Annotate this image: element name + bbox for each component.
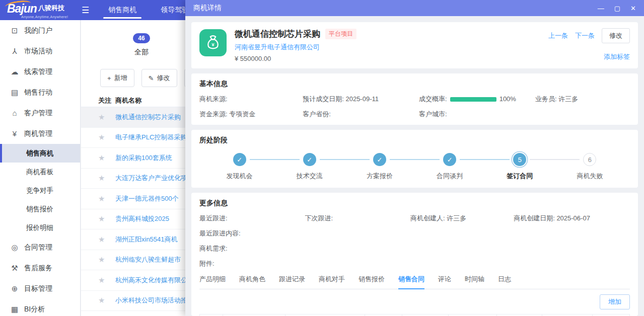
field-label: 商机来源: <box>199 95 228 103</box>
opportunity-name-link[interactable]: 新的采购100套系统 <box>115 153 172 163</box>
star-icon[interactable]: ★ <box>98 235 115 244</box>
logo-tagline: Anyone,Anytime,Anywhere! <box>21 15 80 19</box>
sidebar-subitem-sales-opportunity[interactable]: 销售商机 <box>0 144 80 163</box>
add-tag-link[interactable]: 添加标签 <box>604 53 630 60</box>
opportunity-name-link[interactable]: 杭州临安八骏生鲜超市 <box>115 255 181 264</box>
opportunity-name-link[interactable]: 微机通信控制芯片采购 <box>115 113 181 122</box>
prev-record-link[interactable]: 上一条 <box>548 31 568 40</box>
opportunity-name-link[interactable]: 电子继承PLC控制器采购 <box>115 133 187 142</box>
list-item[interactable]: ★ 杭州临安八骏生鲜超市 <box>81 250 201 271</box>
field-customer-province: 客户省份: <box>303 110 419 119</box>
tab-follow-record[interactable]: 跟进记录 <box>279 275 305 289</box>
sidebar-item-contract-mgmt[interactable]: ◎ 合同管理 <box>0 237 80 258</box>
sidebar-item-portal[interactable]: ⊡ 我的门户 <box>0 20 80 41</box>
minimize-icon[interactable]: — <box>598 5 604 12</box>
stage-step-quote-plan[interactable]: ✓ 方案报价 <box>344 153 414 181</box>
tab-log[interactable]: 日志 <box>498 275 511 289</box>
add-button[interactable]: + 新增 <box>100 69 134 87</box>
star-icon[interactable]: ★ <box>98 174 115 183</box>
stage-step-tech-exchange[interactable]: ✓ 技术交流 <box>274 153 344 181</box>
star-icon[interactable]: ★ <box>98 255 115 264</box>
sidebar-item-sales-action[interactable]: ▤ 销售行动 <box>0 82 80 103</box>
list-item[interactable]: ★ 新的采购100套系统 <box>81 148 201 169</box>
stage-step-negotiation[interactable]: ✓ 合同谈判 <box>415 153 485 181</box>
tab-sales-contract[interactable]: 销售合同 <box>398 275 424 289</box>
star-icon[interactable]: ★ <box>98 214 115 223</box>
sidebar-item-leads[interactable]: ☁ 线索管理 <box>0 61 80 82</box>
list-item[interactable]: ★ 贵州高科城投2025 <box>81 209 201 230</box>
opportunity-name-link[interactable]: 天津一德元器件500个 <box>115 194 179 203</box>
list-item[interactable]: ★ 天津一德元器件500个 <box>81 189 201 209</box>
field-probability: 成交概率:100% <box>419 95 535 104</box>
top-tab-sales-opportunity[interactable]: 销售商机 <box>96 0 149 20</box>
opportunity-name-link[interactable]: 杭州高禾文化传媒有限公 <box>115 276 187 285</box>
opportunity-amount: ¥ 550000.00 <box>235 55 519 62</box>
stage-label: 发现机会 <box>204 172 274 181</box>
tab-sales-quote[interactable]: 销售报价 <box>359 275 385 289</box>
action-icon: ▤ <box>10 88 19 97</box>
col-sign-date: 签订日期 <box>402 314 449 316</box>
list-item[interactable]: ★ 大连万达客户产业优化项 <box>81 169 201 189</box>
tab-opportunity-role[interactable]: 商机角色 <box>239 275 265 289</box>
stage-label: 商机失败 <box>555 172 625 181</box>
stage-step-sign-contract[interactable]: 5 签订合同 <box>485 153 555 181</box>
detail-tabs: 产品明细 商机角色 跟进记录 商机对手 销售报价 销售合同 评论 时间轴 日志 <box>199 275 630 289</box>
tab-timeline[interactable]: 时间轴 <box>465 275 484 289</box>
stage-check-icon: ✓ <box>373 153 386 166</box>
list-item[interactable]: ★ 小米科技公司市场活动推 <box>81 291 201 311</box>
sidebar-item-after-sales[interactable]: ⚒ 售后服务 <box>0 258 80 278</box>
col-workflow-status: 工作流状态 <box>593 314 630 316</box>
col-quantity: 总数量 <box>497 314 542 316</box>
sidebar-item-customers[interactable]: ⌂ 客户管理 <box>0 103 80 123</box>
count-label[interactable]: 全部 <box>81 48 201 57</box>
edit-button[interactable]: ✎ 修改 <box>141 69 177 87</box>
sidebar-subitem-sales-quote[interactable]: 销售报价 <box>0 200 80 218</box>
list-item[interactable]: ★ 微机通信控制芯片采购 <box>81 107 201 128</box>
next-record-link[interactable]: 下一条 <box>575 31 595 40</box>
field-label: 预计成交日期: <box>303 95 344 103</box>
basic-info-card: 基本信息 商机来源: 预计成交日期: 2025-09-11 成交概率:100% … <box>191 73 638 125</box>
modify-button[interactable]: 修改 <box>602 28 630 43</box>
star-icon[interactable]: ★ <box>98 276 115 285</box>
sidebar-subitem-competitors[interactable]: 竞争对手 <box>0 181 80 200</box>
field-label: 最近跟进内容: <box>199 229 241 237</box>
opportunity-name-link[interactable]: 大连万达客户产业优化项 <box>115 174 187 183</box>
sidebar-item-marketing[interactable]: ⅄ 市场活动 <box>0 41 80 61</box>
field-label: 商机创建人: <box>410 214 445 222</box>
field-label: 商机需求: <box>199 245 228 252</box>
sidebar-item-bi-analysis[interactable]: ▦ BI分析 <box>0 299 80 316</box>
hamburger-menu-icon[interactable]: ☰ <box>82 5 89 16</box>
field-value: 许三多 <box>558 95 578 103</box>
star-icon[interactable]: ★ <box>98 113 115 122</box>
stage-step-lost[interactable]: 6 商机失败 <box>555 153 625 181</box>
add-contract-button[interactable]: 增加 <box>600 294 630 309</box>
maximize-icon[interactable]: ▢ <box>614 5 620 12</box>
opportunity-name-link[interactable]: 小米科技公司市场活动推 <box>115 296 187 305</box>
list-item[interactable]: ★ 湖州正阳xin5541商机 <box>81 229 201 250</box>
tab-comments[interactable]: 评论 <box>438 275 451 289</box>
field-value: 许三多 <box>447 214 466 222</box>
sidebar-item-target-mgmt[interactable]: ⊕ 目标管理 <box>0 278 80 299</box>
sidebar-subitem-opportunity-board[interactable]: 商机看板 <box>0 163 80 181</box>
opportunity-list-panel: 46 全部 + 新增 ✎ 修改 ✕ 删除 关注 商机名称 ★ 微机通信控制芯片采… <box>81 20 201 316</box>
star-icon[interactable]: ★ <box>98 133 115 142</box>
section-title-stage: 所处阶段 <box>199 136 630 145</box>
sidebar-item-label: BI分析 <box>24 305 45 314</box>
sidebar-subitem-quote-detail[interactable]: 报价明细 <box>0 218 80 237</box>
opportunity-name-link[interactable]: 湖州正阳xin5541商机 <box>115 235 178 244</box>
sidebar-item-label: 市场活动 <box>24 47 52 56</box>
stage-step-discover[interactable]: ✓ 发现机会 <box>204 153 274 181</box>
customer-company-link[interactable]: 河南省昱升电子通信有限公司 <box>235 43 519 52</box>
list-item[interactable]: ★ 电子继承PLC控制器采购 <box>81 128 201 148</box>
sidebar-item-opportunity-mgmt[interactable]: ¥ 商机管理 <box>0 123 80 144</box>
tab-competitor[interactable]: 商机对手 <box>319 275 345 289</box>
portal-icon: ⊡ <box>10 26 19 35</box>
close-icon[interactable]: ✕ <box>630 5 636 12</box>
star-icon[interactable]: ★ <box>98 194 115 203</box>
field-next-follow: 下次跟进: <box>305 214 410 223</box>
tab-product-detail[interactable]: 产品明细 <box>199 275 226 289</box>
star-icon[interactable]: ★ <box>98 296 115 305</box>
opportunity-name-link[interactable]: 贵州高科城投2025 <box>115 214 169 223</box>
list-item[interactable]: ★ 杭州高禾文化传媒有限公 <box>81 270 201 291</box>
star-icon[interactable]: ★ <box>98 153 115 163</box>
